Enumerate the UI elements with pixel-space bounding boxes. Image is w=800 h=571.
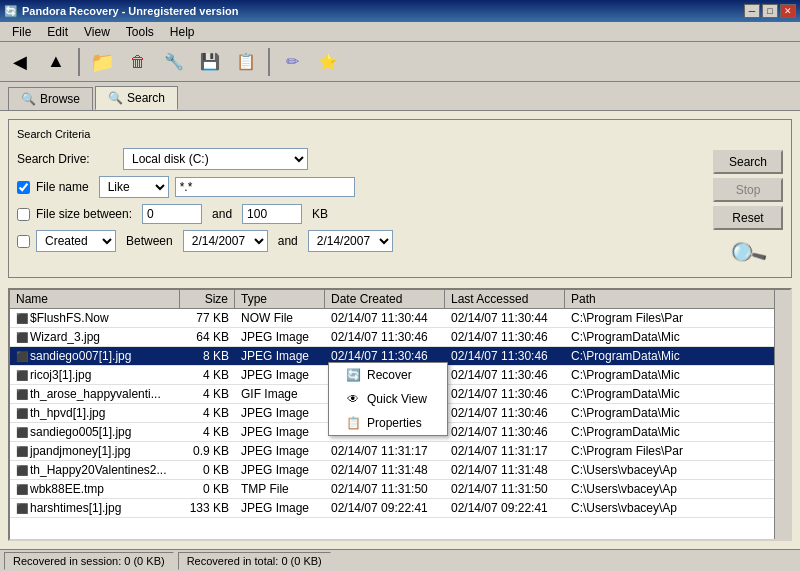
search-button[interactable]: Search xyxy=(713,150,783,174)
cell-path: C:\ProgramData\Mic xyxy=(565,386,790,402)
cell-size: 0 KB xyxy=(180,462,235,478)
table-row[interactable]: ⬛ wbk88EE.tmp 0 KB TMP File 02/14/07 11:… xyxy=(10,480,790,499)
col-date-header[interactable]: Date Created xyxy=(325,290,445,308)
cell-name: ⬛ sandiego007[1].jpg xyxy=(10,348,180,364)
row-icon: ⬛ xyxy=(16,427,28,438)
cell-type: JPEG Image xyxy=(235,405,325,421)
note-button[interactable]: 📋 xyxy=(230,46,262,78)
stop-button[interactable]: Stop xyxy=(713,178,783,202)
row-icon: ⬛ xyxy=(16,484,28,495)
row-icon: ⬛ xyxy=(16,389,28,400)
search-magnifier-icon: 🔍 xyxy=(726,232,769,275)
date-and: and xyxy=(278,234,298,248)
row-icon: ⬛ xyxy=(16,351,28,362)
cell-name: ⬛ ricoj3[1].jpg xyxy=(10,367,180,383)
filesize-max-input[interactable] xyxy=(242,204,302,224)
table-row[interactable]: ⬛ th_Happy20Valentines2... 0 KB JPEG Ima… xyxy=(10,461,790,480)
context-properties[interactable]: 📋 Properties xyxy=(329,411,447,435)
cell-path: C:\Program Files\Par xyxy=(565,443,790,459)
properties-icon: 📋 xyxy=(345,415,361,431)
cell-size: 8 KB xyxy=(180,348,235,364)
menu-file[interactable]: File xyxy=(4,23,39,41)
maximize-button[interactable]: □ xyxy=(762,4,778,18)
col-size-header[interactable]: Size xyxy=(180,290,235,308)
content-area: Search Criteria Search Drive: Local disk… xyxy=(0,111,800,549)
cell-path: C:\Users\vbacey\Ap xyxy=(565,462,790,478)
cell-size: 0 KB xyxy=(180,481,235,497)
cell-type: JPEG Image xyxy=(235,329,325,345)
minimize-button[interactable]: ─ xyxy=(744,4,760,18)
cell-accessed: 02/14/07 11:30:46 xyxy=(445,348,565,364)
table-row[interactable]: ⬛ harshtimes[1].jpg 133 KB JPEG Image 02… xyxy=(10,499,790,518)
col-name-header[interactable]: Name xyxy=(10,290,180,308)
date-checkbox[interactable] xyxy=(17,235,30,248)
delete-button[interactable]: 🗑 xyxy=(122,46,154,78)
disk-button[interactable]: 💾 xyxy=(194,46,226,78)
cell-date: 02/14/07 11:31:48 xyxy=(325,462,445,478)
filesize-min-input[interactable] xyxy=(142,204,202,224)
cell-size: 0.9 KB xyxy=(180,443,235,459)
menu-tools[interactable]: Tools xyxy=(118,23,162,41)
cell-name: ⬛ jpandjmoney[1].jpg xyxy=(10,443,180,459)
back-button[interactable]: ◀ xyxy=(4,46,36,78)
cell-accessed: 02/14/07 09:22:41 xyxy=(445,500,565,516)
row-icon: ⬛ xyxy=(16,503,28,514)
reset-button[interactable]: Reset xyxy=(713,206,783,230)
context-quickview[interactable]: 👁 Quick View xyxy=(329,387,447,411)
close-button[interactable]: ✕ xyxy=(780,4,796,18)
cell-size: 4 KB xyxy=(180,386,235,402)
tools-button[interactable]: 🔧 xyxy=(158,46,190,78)
date-between: Between xyxy=(126,234,173,248)
cell-name: ⬛ Wizard_3.jpg xyxy=(10,329,180,345)
cell-size: 4 KB xyxy=(180,405,235,421)
title-bar-text: 🔄 Pandora Recovery - Unregistered versio… xyxy=(4,5,238,18)
filename-row: File name Like xyxy=(17,176,705,198)
cell-name: ⬛ harshtimes[1].jpg xyxy=(10,500,180,516)
filename-label: File name xyxy=(36,180,89,194)
star-button[interactable]: ⭐ xyxy=(312,46,344,78)
context-recover[interactable]: 🔄 Recover xyxy=(329,363,447,387)
tab-browse[interactable]: 🔍 Browse xyxy=(8,87,93,110)
filename-pattern-input[interactable] xyxy=(175,177,355,197)
col-path-header[interactable]: Path xyxy=(565,290,790,308)
cell-path: C:\ProgramData\Mic xyxy=(565,424,790,440)
table-row[interactable]: ⬛ jpandjmoney[1].jpg 0.9 KB JPEG Image 0… xyxy=(10,442,790,461)
col-accessed-header[interactable]: Last Accessed xyxy=(445,290,565,308)
table-row[interactable]: ⬛ Wizard_3.jpg 64 KB JPEG Image 02/14/07… xyxy=(10,328,790,347)
cell-accessed: 02/14/07 11:30:46 xyxy=(445,386,565,402)
menu-help[interactable]: Help xyxy=(162,23,203,41)
filename-match-select[interactable]: Like xyxy=(99,176,169,198)
criteria-title: Search Criteria xyxy=(17,128,783,140)
scrollbar[interactable] xyxy=(774,290,790,539)
search-tab-icon: 🔍 xyxy=(108,91,123,105)
open-button[interactable]: 📁 xyxy=(86,46,118,78)
pencil-button[interactable]: ✏ xyxy=(276,46,308,78)
up-button[interactable]: ▲ xyxy=(40,46,72,78)
status-total: Recovered in total: 0 (0 KB) xyxy=(178,552,331,570)
filesize-unit: KB xyxy=(312,207,328,221)
cell-accessed: 02/14/07 11:30:44 xyxy=(445,310,565,326)
filesize-checkbox[interactable] xyxy=(17,208,30,221)
cell-size: 64 KB xyxy=(180,329,235,345)
drive-select[interactable]: Local disk (C:) xyxy=(123,148,308,170)
cell-type: JPEG Image xyxy=(235,348,325,364)
date-type-select[interactable]: Created xyxy=(36,230,116,252)
context-recover-label: Recover xyxy=(367,368,412,382)
filename-checkbox[interactable] xyxy=(17,181,30,194)
cell-name: ⬛ th_hpvd[1].jpg xyxy=(10,405,180,421)
recover-icon: 🔄 xyxy=(345,367,361,383)
cell-type: JPEG Image xyxy=(235,443,325,459)
date-to-select[interactable]: 2/14/2007 xyxy=(308,230,393,252)
cell-size: 77 KB xyxy=(180,310,235,326)
table-row[interactable]: ⬛ $FlushFS.Now 77 KB NOW File 02/14/07 1… xyxy=(10,309,790,328)
menu-view[interactable]: View xyxy=(76,23,118,41)
cell-path: C:\ProgramData\Mic xyxy=(565,367,790,383)
drive-row: Search Drive: Local disk (C:) xyxy=(17,148,705,170)
menu-edit[interactable]: Edit xyxy=(39,23,76,41)
cell-path: C:\Users\vbacey\Ap xyxy=(565,500,790,516)
cell-path: C:\ProgramData\Mic xyxy=(565,405,790,421)
col-type-header[interactable]: Type xyxy=(235,290,325,308)
date-from-select[interactable]: 2/14/2007 xyxy=(183,230,268,252)
cell-size: 4 KB xyxy=(180,424,235,440)
tab-search[interactable]: 🔍 Search xyxy=(95,86,178,110)
